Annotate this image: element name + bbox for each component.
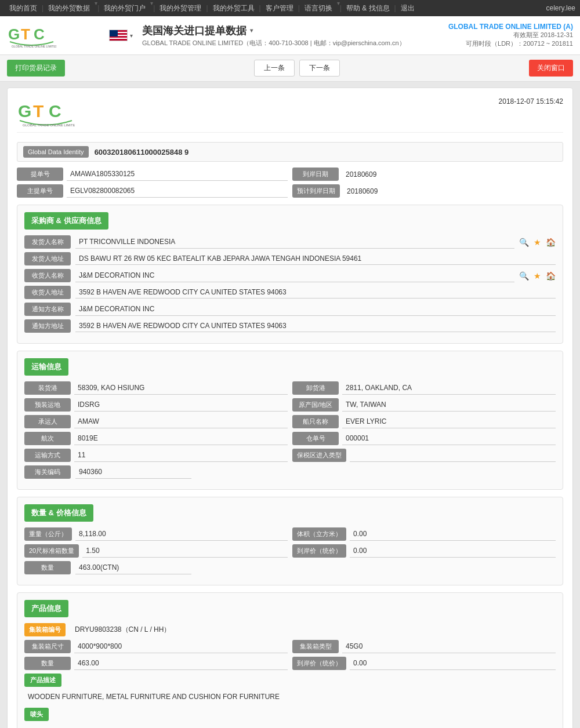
- prod-arrival-price-value: 0.00: [350, 657, 556, 670]
- ports-row: 装货港 58309, KAO HSIUNG 卸货港 2811, OAKLAND,…: [24, 381, 556, 395]
- svg-text:GLOBAL TRADE ONLINE LIMITED: GLOBAL TRADE ONLINE LIMITED: [23, 123, 75, 127]
- planned-arrival-col: 预计到岸日期 20180609: [292, 184, 563, 198]
- mark-value: AS ADDRESSED: [24, 725, 556, 728]
- master-bill-label: 主提单号: [17, 184, 63, 198]
- next-button-top[interactable]: 下一条: [299, 60, 340, 77]
- nav-management[interactable]: 我的外贸管理: [155, 0, 206, 16]
- consignee-address-row: 收货人地址 3592 B HAVEN AVE REDWOOD CITY CA U…: [24, 286, 556, 299]
- nav-home[interactable]: 我的首页: [5, 0, 42, 16]
- hs-code-value: 940360: [75, 466, 191, 479]
- product-section-header: 产品信息: [24, 600, 68, 617]
- supplier-section: 采购商 & 供应商信息 发货人名称 PT TRICONVILLE INDONES…: [17, 205, 563, 344]
- nav-tools[interactable]: 我的外贸工具: [208, 0, 259, 16]
- nav-language[interactable]: 语言切换: [300, 0, 337, 16]
- user-display: celery.lee: [546, 4, 575, 12]
- consignee-address-value: 3592 B HAVEN AVE REDWOOD CITY CA UNITED …: [75, 286, 556, 299]
- discharge-port-label: 卸货港: [292, 381, 339, 395]
- print-button-top[interactable]: 打印货易记录: [7, 60, 65, 77]
- weight-volume-row: 重量（公斤） 8,118.00 体积（立方米） 0.00: [24, 527, 556, 541]
- transport-section-header: 运输信息: [24, 358, 68, 376]
- bill-no-col: 提单号 AMAWA1805330125: [17, 168, 288, 181]
- close-button-top[interactable]: 关闭窗口: [529, 60, 573, 77]
- vessel-value: EVER LYRIC: [342, 416, 556, 428]
- us-flag: [109, 30, 128, 41]
- volume-value: 0.00: [350, 528, 556, 541]
- product-desc-label: 产品描述: [24, 674, 61, 687]
- consignee-star-icon[interactable]: ★: [534, 271, 541, 281]
- global-data-id-row: Global Data Identity 6003201806110000258…: [17, 142, 563, 162]
- planned-arrival-label: 预计到岸日期: [292, 184, 340, 198]
- shipper-home-icon[interactable]: 🏠: [546, 238, 556, 247]
- shipper-address-label: 发货人地址: [24, 252, 71, 265]
- bill-no-label: 提单号: [17, 168, 63, 181]
- quantity-section: 数量 & 价格信息 重量（公斤） 8,118.00 体积（立方米） 0.00 2…: [17, 497, 563, 585]
- transport-section: 运输信息 装货港 58309, KAO HSIUNG 卸货港 2811, OAK…: [17, 351, 563, 490]
- mark-label: 唛头: [24, 708, 49, 721]
- quantity-label: 数量: [24, 561, 71, 574]
- nav-clients[interactable]: 客户管理: [261, 0, 298, 16]
- nav-logout[interactable]: 退出: [396, 0, 419, 16]
- pre-loading-value: IDSRG: [74, 399, 288, 412]
- detail-card: G T C GLOBAL TRADE ONLINE LIMITED 2018-1…: [7, 88, 573, 728]
- prod-arrival-price-label: 到岸价（统价）: [292, 657, 346, 670]
- consignee-home-icon[interactable]: 🏠: [546, 271, 556, 281]
- account-info: GLOBAL TRADE ONLINE LIMITED (A) 有效期至 201…: [448, 23, 573, 48]
- carrier-vessel-row: 承运人 AMAW 船只名称 EVER LYRIC: [24, 415, 556, 428]
- consignee-search-icon[interactable]: 🔍: [519, 271, 529, 281]
- shipper-star-icon[interactable]: ★: [534, 238, 541, 247]
- loading-origin-row: 预装运地 IDSRG 原产国/地区 TW, TAIWAN: [24, 398, 556, 412]
- header-bar: G T C GLOBAL TRADE ONLINE LIMITED ▾ 美国海关…: [0, 16, 580, 55]
- ftz-value: [350, 449, 556, 462]
- shipper-address-row: 发货人地址 DS BAWU RT 26 RW 05 KEC BATEALIT K…: [24, 252, 556, 265]
- nav-help[interactable]: 帮助 & 找信息: [342, 0, 394, 16]
- svg-text:C: C: [34, 26, 45, 43]
- product-desc-value: WOODEN FURNITURE, METAL FURNITURE AND CU…: [24, 690, 556, 703]
- ftz-label: 保税区进入类型: [292, 449, 346, 462]
- discharge-port-value: 2811, OAKLAND, CA: [342, 382, 556, 395]
- card-logo: G T C GLOBAL TRADE ONLINE LIMITED: [17, 97, 75, 128]
- flag-blue-canton: [110, 30, 118, 37]
- consignee-address-label: 收货人地址: [24, 286, 71, 299]
- prev-button-top[interactable]: 上一条: [254, 60, 295, 77]
- svg-text:T: T: [21, 26, 30, 43]
- shipper-address-value: DS BAWU RT 26 RW 05 KEC BATEALIT KAB JEP…: [75, 253, 556, 265]
- hs-code-row: 海关编码 940360: [24, 465, 556, 479]
- bill-row: 提单号 AMAWA1805330125 到岸日期 20180609: [17, 168, 563, 181]
- container-size-type-row: 集装箱尺寸 4000*900*800 集装箱类型 45G0: [24, 640, 556, 653]
- page-subtitle: GLOBAL TRADE ONLINE LIMITED（电话：400-710-3…: [142, 39, 448, 48]
- nav-trade-data[interactable]: 我的外贸数据: [44, 0, 95, 16]
- arrival-price-label: 到岸价（统价）: [292, 544, 346, 558]
- svg-text:G: G: [18, 101, 31, 121]
- product-section: 产品信息 集装箱编号 DRYU9803238（CN / L / HH） 集装箱尺…: [17, 592, 563, 728]
- nav-portal[interactable]: 我的外贸门户: [99, 0, 150, 16]
- volume-label: 体积（立方米）: [292, 527, 346, 541]
- arrival-date-value: 20180609: [342, 169, 400, 180]
- container-no-label: 集装箱编号: [24, 623, 66, 636]
- notify-address-label: 通知方地址: [24, 319, 71, 333]
- planned-arrival-value: 20180609: [343, 185, 401, 197]
- voyage-value: 8019E: [74, 432, 288, 445]
- quantity-section-header: 数量 & 价格信息: [24, 504, 93, 522]
- bill-no-value: AMAWA1805330125: [67, 168, 288, 181]
- weight-label: 重量（公斤）: [24, 527, 72, 541]
- flag-dropdown-arrow[interactable]: ▾: [130, 32, 133, 39]
- container-size-label: 集装箱尺寸: [24, 640, 71, 653]
- svg-text:T: T: [33, 101, 44, 121]
- voyage-manifest-row: 航次 8019E 仓单号 000001: [24, 432, 556, 445]
- teu-price-row: 20尺标准箱数量 1.50 到岸价（统价） 0.00: [24, 544, 556, 558]
- logo-area: G T C GLOBAL TRADE ONLINE LIMITED: [7, 21, 100, 50]
- master-bill-col: 主提单号 EGLV082800082065: [17, 184, 288, 198]
- title-dropdown-arrow[interactable]: ▾: [250, 27, 253, 34]
- origin-label: 原产国/地区: [292, 398, 339, 412]
- notify-name-value: J&M DECORATION INC: [75, 303, 556, 316]
- shipper-search-icon[interactable]: 🔍: [519, 238, 529, 247]
- transport-mode-label: 运输方式: [24, 449, 71, 462]
- notify-name-label: 通知方名称: [24, 303, 71, 316]
- gto-logo-image: G T C GLOBAL TRADE ONLINE LIMITED: [7, 21, 56, 50]
- quantity-value: 463.00(CTN): [75, 562, 191, 574]
- svg-text:GLOBAL TRADE ONLINE LIMITED: GLOBAL TRADE ONLINE LIMITED: [12, 45, 56, 48]
- consignee-name-row: 收货人名称 J&M DECORATION INC 🔍 ★ 🏠: [24, 269, 556, 282]
- transport-ftz-row: 运输方式 11 保税区进入类型: [24, 449, 556, 462]
- top-navigation: 我的首页 | 我的外贸数据 ▾ | 我的外贸门户 ▾ | 我的外贸管理 | 我的…: [0, 0, 580, 16]
- notify-address-row: 通知方地址 3592 B HAVEN AVE REDWOOD CITY CA U…: [24, 319, 556, 333]
